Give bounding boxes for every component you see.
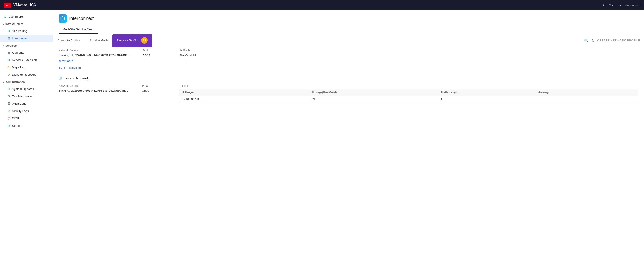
main-layout: ⊙ Dashboard ▾ Infrastructure ⊕ Site Pair… xyxy=(0,10,644,267)
sidebar-item-network-extension[interactable]: ⊛ Network Extension xyxy=(0,56,53,63)
sidebar-section-administration[interactable]: ▾ Administration xyxy=(0,78,53,85)
audit-logs-icon: ☰ xyxy=(7,102,10,105)
sidebar-item-system-updates[interactable]: ⊞ System Updates xyxy=(0,85,53,92)
sidebar-item-audit-logs[interactable]: ☰ Audit Logs xyxy=(0,100,53,107)
tab-network-profiles[interactable]: Network Profiles 23 xyxy=(112,34,152,47)
interconnect-icon: ⊞ xyxy=(7,36,10,40)
user-label[interactable]: cloudadmin xyxy=(625,3,640,7)
sub-tab-multi-site[interactable]: Multi-Site Service Mesh xyxy=(58,25,98,34)
profile-detail-ip-pools-1: IP Pools IP Ranges IP Usage(Used/Total) … xyxy=(179,84,638,103)
compute-icon: ▣ xyxy=(7,51,10,54)
sidebar-item-dice[interactable]: ⬡ DICE xyxy=(0,115,53,122)
sidebar-label-interconnect: Interconnect xyxy=(12,37,28,40)
page-title-row: Interconnect xyxy=(58,14,638,22)
topbar-left: vm VMware HCX xyxy=(4,2,36,7)
ip-usage-value: 0/1 xyxy=(312,98,441,101)
chevron-services: ▾ xyxy=(3,45,4,47)
sidebar-section-label-administration: Administration xyxy=(5,81,25,84)
mtu-value-1: 1500 xyxy=(142,89,165,92)
dice-icon: ⬡ xyxy=(7,116,10,120)
edit-button-0[interactable]: EDIT xyxy=(58,66,66,69)
profiles-container: Network Details Backing: db0744b6-cc8b-4… xyxy=(53,47,644,104)
help-icon[interactable]: ? ▾ xyxy=(609,3,613,7)
profile-detail-network-1: Network Details Backing: d01969eb-5e7d-4… xyxy=(58,84,128,103)
backing-prefix-0: Backing: db0744b6-cc8b-4dc3-8703-257ca3b… xyxy=(58,53,129,57)
tab-actions: 🔍 ↻ CREATE NETWORK PROFILE xyxy=(584,38,644,43)
sidebar-item-troubleshooting[interactable]: ⚙ Troubleshooting xyxy=(0,92,53,100)
sidebar-label-support: Support xyxy=(12,124,22,128)
sidebar-section-label-services: Services xyxy=(5,44,16,47)
profile-detail-network-0: Network Details Backing: db0744b6-cc8b-4… xyxy=(58,49,129,63)
tab-compute-profiles[interactable]: Compute Profiles xyxy=(53,36,85,45)
mtu-label-0: MTU xyxy=(143,49,166,52)
topbar-right: ↻ ? ▾ ≡ ▾ cloudadmin xyxy=(603,3,640,7)
ip-table-row-0: 35.163.83.110 0/1 0 xyxy=(179,96,638,103)
backing-label-0: Backing: xyxy=(58,53,70,57)
sidebar-label-site-pairing: Site Pairing xyxy=(12,29,27,33)
dashboard-icon: ⊙ xyxy=(4,15,6,18)
ip-pools-value-0: Not Available xyxy=(180,53,638,57)
sidebar-label-compute: Compute xyxy=(12,51,24,54)
sidebar-label-network-extension: Network Extension xyxy=(12,58,37,62)
sidebar: ⊙ Dashboard ▾ Infrastructure ⊕ Site Pair… xyxy=(0,10,53,267)
refresh-tab-icon[interactable]: ↻ xyxy=(592,38,594,43)
sidebar-item-activity-logs[interactable]: ↺ Activity Logs xyxy=(0,107,53,115)
refresh-icon[interactable]: ↻ xyxy=(603,3,606,7)
search-icon[interactable]: 🔍 xyxy=(584,38,589,43)
ip-pools-label-0: IP Pools xyxy=(180,49,638,52)
profile-detail-mtu-1: MTU 1500 xyxy=(142,84,165,103)
profile-card-1: ⊞ externalNetwork Network Details Backin… xyxy=(53,72,644,104)
sidebar-label-dashboard: Dashboard xyxy=(8,15,23,18)
sidebar-item-disaster-recovery[interactable]: ⊙ Disaster Recovery xyxy=(0,71,53,78)
show-more-0[interactable]: show more xyxy=(58,59,73,63)
profile-detail-ip-pools-0: IP Pools Not Available xyxy=(180,49,638,63)
system-updates-icon: ⊞ xyxy=(7,87,10,91)
tab-bar: Compute Profiles Service Mesh Network Pr… xyxy=(53,34,644,47)
mtu-label-1: MTU xyxy=(142,84,165,87)
sidebar-section-services[interactable]: ▾ Services xyxy=(0,42,53,49)
troubleshooting-icon: ⚙ xyxy=(7,94,10,98)
network-extension-icon: ⊛ xyxy=(7,58,10,62)
sidebar-label-system-updates: System Updates xyxy=(12,87,34,91)
menu-icon[interactable]: ≡ ▾ xyxy=(617,3,621,7)
profile-details-grid-1: Network Details Backing: d01969eb-5e7d-4… xyxy=(53,82,644,104)
ip-table-header: IP Ranges IP Usage(Used/Total) Prefix Le… xyxy=(179,89,638,96)
backing-id-1: d01969eb-5e7d-4146-8633-0414af9d4d70 xyxy=(71,89,128,92)
activity-logs-icon: ↺ xyxy=(7,109,10,113)
sidebar-item-site-pairing[interactable]: ⊕ Site Pairing xyxy=(0,27,53,34)
topbar: vm VMware HCX ↻ ? ▾ ≡ ▾ cloudadmin xyxy=(0,0,644,10)
main-content: Interconnect Multi-Site Service Mesh Com… xyxy=(53,10,644,267)
ip-table-1: IP Ranges IP Usage(Used/Total) Prefix Le… xyxy=(179,89,638,103)
sidebar-label-migration: Migration xyxy=(12,66,24,69)
sidebar-item-support[interactable]: ⊙ Support xyxy=(0,122,53,129)
external-network-icon: ⊞ xyxy=(58,75,62,81)
sidebar-item-compute[interactable]: ▣ Compute xyxy=(0,49,53,56)
network-details-label-0: Network Details xyxy=(58,49,129,52)
profile-detail-mtu-0: MTU 1500 xyxy=(143,49,166,63)
vm-logo: vm xyxy=(4,2,11,7)
page-header: Interconnect Multi-Site Service Mesh xyxy=(53,10,644,34)
topbar-title: VMware HCX xyxy=(13,3,36,7)
backing-label-1: Backing: xyxy=(58,89,70,92)
sidebar-item-interconnect[interactable]: ⊞ Interconnect xyxy=(0,34,53,42)
page-icon xyxy=(58,14,67,22)
tab-service-mesh[interactable]: Service Mesh xyxy=(85,36,113,45)
network-details-label-1: Network Details xyxy=(58,84,128,87)
col-prefix-length: Prefix Length xyxy=(441,91,538,94)
sidebar-item-migration[interactable]: ⟳ Migration xyxy=(0,63,53,71)
sidebar-item-dashboard[interactable]: ⊙ Dashboard xyxy=(0,13,53,20)
svg-marker-0 xyxy=(61,16,65,20)
sidebar-label-audit-logs: Audit Logs xyxy=(12,102,26,105)
delete-button-0[interactable]: DELETE xyxy=(69,66,81,69)
backing-id-0: db0744b6-cc8b-4dc3-8703-257ca3b4039b xyxy=(71,53,130,57)
sidebar-section-infrastructure[interactable]: ▾ Infrastructure xyxy=(0,20,53,27)
profile-details-grid-0: Network Details Backing: db0744b6-cc8b-4… xyxy=(53,47,644,63)
sidebar-label-activity-logs: Activity Logs xyxy=(12,109,29,113)
migration-icon: ⟳ xyxy=(7,65,10,69)
create-network-profile-button[interactable]: CREATE NETWORK PROFILE xyxy=(597,38,640,43)
profile-name-1: externalNetwork xyxy=(64,76,89,80)
chevron-administration: ▾ xyxy=(3,81,4,84)
ip-pools-label-1: IP Pools xyxy=(179,84,638,87)
ip-range-value: 35.163.83.110 xyxy=(182,98,312,101)
sidebar-label-dice: DICE xyxy=(12,117,19,120)
